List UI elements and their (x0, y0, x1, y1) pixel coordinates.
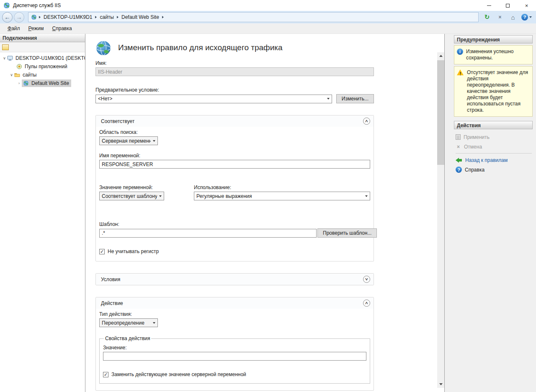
forward-button[interactable]: → (14, 12, 24, 23)
window-title: Диспетчер служб IIS (13, 3, 61, 8)
tree-item-server[interactable]: ∨ DESKTOP-U1MK9D1 (DESKTOP (0, 54, 85, 62)
action-type-select[interactable]: Переопределение (99, 318, 158, 327)
menu-help[interactable]: Справка (49, 24, 75, 33)
expand-section-button[interactable]: ∨ (363, 276, 370, 283)
check-icon: ✓ (104, 372, 108, 377)
usage-label: Использование: (194, 184, 370, 190)
server-icon (7, 55, 13, 61)
minimize-icon (487, 5, 491, 6)
main-scrollbar[interactable] (437, 52, 444, 388)
back-arrow-icon (456, 158, 462, 163)
pattern-input[interactable] (99, 229, 317, 238)
actions-header: Действия (454, 121, 533, 129)
tree-item-label: DESKTOP-U1MK9D1 (DESKTOP (15, 55, 85, 61)
match-section-title: Соответствует (101, 118, 134, 124)
collapse-icon[interactable]: ∨ (9, 73, 14, 77)
breadcrumb-item-server[interactable]: DESKTOP-U1MK9D1 (41, 13, 94, 21)
globe-icon (23, 80, 29, 86)
window-controls: × (479, 0, 536, 11)
connections-header: Подключения (0, 34, 85, 42)
tree-item-default-web-site[interactable]: › Default Web Site (0, 79, 85, 87)
page-title: Изменить правило для исходящего трафика (118, 40, 283, 52)
menu-file[interactable]: Файл (4, 24, 23, 33)
conditions-section-header[interactable]: Условия ∨ (96, 274, 374, 285)
menu-view[interactable]: Режим (25, 24, 47, 33)
replace-value-label: Заменить действующее значение серверной … (111, 372, 246, 377)
warning-icon: ! (457, 69, 464, 76)
warning-glyph: ! (457, 71, 464, 77)
variable-value-value: Соответствует шаблону (102, 193, 157, 199)
back-button[interactable]: ← (2, 12, 13, 23)
alerts-header: Предупреждения (454, 35, 533, 44)
variable-value-column: Значение переменной: Соответствует шабло… (99, 184, 194, 200)
action-section-title: Действие (101, 300, 123, 306)
expand-icon[interactable]: › (16, 81, 22, 85)
chevron-down-icon (151, 137, 157, 145)
usage-select[interactable]: Регулярные выражения (194, 192, 370, 200)
match-section-header[interactable]: Соответствует ∧ (96, 115, 374, 127)
scope-label: Область поиска: (99, 129, 370, 135)
refresh-icon[interactable]: ↻ (482, 13, 492, 21)
scope-value: Серверная переменн (102, 138, 151, 144)
edit-precondition-button[interactable]: Изменить... (336, 94, 374, 103)
close-button[interactable]: × (517, 0, 536, 11)
scroll-down-icon[interactable] (437, 381, 444, 388)
ignore-case-row: ✓ Не учитывать регистр (99, 249, 370, 254)
help-action[interactable]: ? Справка (456, 165, 532, 174)
action-section-body: Тип действия: Переопределение Свойства д… (96, 311, 374, 390)
action-properties-group: Свойства действия Значение: ✓ Заменить д… (99, 336, 370, 384)
help-menu-button[interactable]: ? (521, 14, 532, 20)
action-type-label: Тип действия: (99, 311, 370, 317)
site-globe-icon (31, 14, 37, 20)
replace-value-checkbox[interactable]: ✓ (103, 372, 108, 377)
breadcrumb-item-sites[interactable]: сайты (98, 13, 116, 21)
conditions-section: Условия ∨ (95, 273, 374, 285)
tree-item-app-pools[interactable]: Пулы приложений (0, 62, 85, 71)
ignore-case-label: Не учитывать регистр (108, 249, 159, 254)
address-bar: ← → DESKTOP-U1MK9D1 сайты Default Web Si… (0, 11, 536, 23)
collapse-section-button[interactable]: ∧ (363, 118, 370, 125)
scope-select[interactable]: Серверная переменн (99, 136, 158, 145)
name-label: Имя: (95, 60, 374, 66)
collapse-section-button[interactable]: ∧ (363, 300, 370, 307)
stop-icon[interactable]: × (495, 13, 505, 21)
scroll-up-icon[interactable] (437, 52, 444, 59)
conditions-section-title: Условия (101, 277, 120, 282)
tree-item-label: Пулы приложений (24, 63, 68, 70)
match-section: Соответствует ∧ Область поиска: Серверна… (95, 115, 374, 261)
breadcrumb-item-default-web-site[interactable]: Default Web Site (119, 13, 161, 21)
test-pattern-button[interactable]: Проверить шаблон... (317, 228, 377, 238)
usage-value: Регулярные выражения (196, 193, 252, 199)
maximize-button[interactable] (498, 0, 517, 11)
minimize-button[interactable] (479, 0, 498, 11)
info-icon: i (457, 49, 463, 55)
cancel-action: × Отмена (456, 142, 532, 151)
tree-item-sites[interactable]: ∨ сайты (0, 71, 85, 79)
save-connection-icon[interactable] (2, 44, 9, 50)
breadcrumb-separator-icon (162, 16, 164, 18)
ignore-case-checkbox[interactable]: ✓ (99, 249, 105, 254)
precondition-select[interactable]: <Нет> (95, 95, 332, 103)
back-to-rules-action[interactable]: Назад к правилам (456, 155, 532, 165)
variable-value-select[interactable]: Соответствует шаблону (99, 192, 164, 200)
home-icon[interactable]: ⌂ (508, 13, 518, 21)
chevron-down-icon (157, 192, 164, 200)
action-section: Действие ∧ Тип действия: Переопределение… (95, 297, 374, 391)
action-section-header[interactable]: Действие ∧ (96, 297, 374, 309)
breadcrumb[interactable]: DESKTOP-U1MK9D1 сайты Default Web Site (28, 12, 479, 22)
connections-toolbar (0, 42, 85, 52)
action-properties-legend: Свойства действия (104, 336, 151, 341)
addressbar-icons: ↻ × ⌂ ? (482, 13, 532, 21)
actions-list: Применить × Отмена Назад к правилам ? Сп… (454, 129, 533, 174)
connections-panel: Подключения ∨ DESKTOP-U1MK9D1 (DESKTOP (0, 34, 85, 392)
selected-tree-item: Default Web Site (22, 79, 71, 87)
variable-name-input[interactable] (99, 160, 370, 169)
breadcrumb-separator-icon (95, 16, 97, 18)
action-value-input[interactable] (103, 352, 366, 361)
titlebar: Диспетчер служб IIS × (0, 0, 536, 11)
collapse-icon[interactable]: ∨ (2, 56, 7, 60)
maximize-icon (506, 4, 510, 8)
alert-info-text: Изменения успешно сохранены. (466, 49, 530, 61)
check-icon: ✓ (100, 249, 104, 254)
scrollbar-thumb[interactable] (437, 60, 444, 165)
